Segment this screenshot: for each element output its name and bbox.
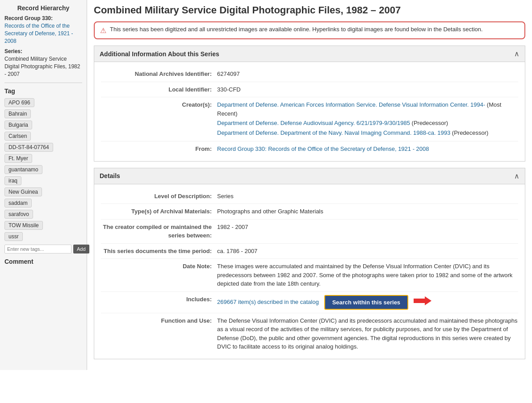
creator-role: (Predecessor)	[410, 120, 448, 126]
series-label: Series:	[4, 48, 82, 54]
includes-link[interactable]: 269667 item(s) described in the catalog	[217, 298, 319, 307]
tag-item[interactable]: DD-ST-84-07764	[4, 143, 53, 152]
sidebar-title: Record Hierarchy	[4, 4, 82, 12]
tag-item[interactable]: Bulgaria	[4, 120, 32, 129]
info-row: Function and Use:The Defense Visual Info…	[101, 313, 518, 354]
details-title: Details	[100, 172, 120, 179]
details-body: Level of Description:SeriesType(s) of Ar…	[94, 184, 525, 359]
tag-item[interactable]: ussr	[4, 232, 23, 241]
svg-marker-0	[414, 296, 431, 305]
tag-item[interactable]: sarafovo	[4, 210, 33, 219]
warning-icon: ⚠	[100, 26, 106, 35]
page-title: Combined Military Service Digital Photog…	[94, 4, 525, 16]
alert-banner: ⚠ This series has been digitized and all…	[94, 21, 525, 39]
info-label: This series documents the time period:	[101, 247, 217, 256]
info-row: Creator(s):Department of Defense. Americ…	[101, 97, 518, 141]
info-row: This series documents the time period:ca…	[101, 244, 518, 259]
info-row: Local Identifier:330-CFD	[101, 82, 518, 98]
info-value: Record Group 330: Records of the Office …	[217, 145, 518, 154]
info-value: The Defense Visual Information Center (D…	[217, 316, 518, 351]
info-value: Department of Defense. American Forces I…	[217, 100, 518, 138]
info-value: 1982 - 2007	[217, 223, 518, 232]
tag-item[interactable]: APO 696	[4, 98, 34, 107]
sidebar: Record Hierarchy Record Group 330: Recor…	[0, 0, 87, 370]
record-group-link[interactable]: Records of the Office of the Secretary o…	[4, 22, 82, 45]
tag-item[interactable]: New Guinea	[4, 187, 42, 196]
additional-info-section: Additional Information About this Series…	[94, 46, 525, 162]
from-link[interactable]: Record Group 330: Records of the Office …	[217, 145, 429, 152]
main-content: Combined Military Service Digital Photog…	[87, 0, 532, 370]
info-value: ca. 1786 - 2007	[217, 247, 518, 256]
includes-row: 269667 item(s) described in the catalogS…	[217, 295, 518, 310]
additional-info-header: Additional Information About this Series…	[94, 46, 525, 62]
info-label: Creator(s):	[101, 100, 217, 109]
tag-item[interactable]: Carlsen	[4, 132, 31, 141]
tag-input-row: Add	[4, 245, 82, 253]
tag-item[interactable]: iraq	[4, 176, 21, 185]
tag-list: APO 696BahrainBulgariaCarlsenDD-ST-84-07…	[4, 98, 82, 241]
series-text: Combined Military Service Digital Photog…	[4, 55, 82, 78]
additional-info-body: National Archives Identifier:6274097Loca…	[94, 62, 525, 161]
arrow-annotation	[414, 296, 431, 308]
tag-input[interactable]	[4, 245, 71, 253]
details-header: Details ∧	[94, 168, 525, 184]
comment-title: Comment	[4, 258, 82, 265]
info-value: 269667 item(s) described in the catalogS…	[217, 295, 518, 310]
info-row: Includes:269667 item(s) described in the…	[101, 292, 518, 313]
info-row: Date Note:These images were accumulated …	[101, 259, 518, 292]
record-group-label: Record Group 330:	[4, 15, 82, 21]
info-label: From:	[101, 145, 217, 154]
info-row: From:Record Group 330: Records of the Of…	[101, 141, 518, 157]
details-collapse-icon[interactable]: ∧	[514, 172, 519, 180]
info-value: 330-CFD	[217, 85, 518, 94]
tag-title: Tag	[4, 87, 82, 95]
additional-info-title: Additional Information About this Series	[100, 50, 219, 58]
info-label: Includes:	[101, 295, 217, 304]
alert-text: This series has been digitized and all u…	[110, 26, 483, 33]
collapse-icon[interactable]: ∧	[514, 50, 519, 58]
info-value: Series	[217, 192, 518, 201]
info-value: Photographs and other Graphic Materials	[217, 207, 518, 216]
tag-item[interactable]: saddam	[4, 199, 32, 208]
info-row: National Archives Identifier:6274097	[101, 66, 518, 82]
info-row: Type(s) of Archival Materials:Photograph…	[101, 204, 518, 220]
tag-item[interactable]: guantanamo	[4, 165, 42, 174]
info-label: The creator compiled or maintained the s…	[101, 223, 217, 240]
details-section: Details ∧ Level of Description:SeriesTyp…	[94, 168, 525, 359]
info-value: 6274097	[217, 70, 518, 79]
info-label: Type(s) of Archival Materials:	[101, 207, 217, 216]
info-label: Function and Use:	[101, 316, 217, 325]
tag-item[interactable]: Bahrain	[4, 109, 31, 118]
creator-link[interactable]: Department of Defense. Defense Audiovisu…	[217, 120, 410, 126]
creator-link[interactable]: Department of Defense. American Forces I…	[217, 101, 485, 108]
info-label: Date Note:	[101, 262, 217, 271]
creator-role: (Predecessor)	[450, 129, 488, 136]
info-label: Local Identifier:	[101, 85, 217, 94]
search-within-series-button[interactable]: Search within this series	[324, 295, 408, 310]
tag-item[interactable]: TOW Missile	[4, 221, 43, 230]
creator-link[interactable]: Department of Defense. Department of the…	[217, 129, 450, 136]
info-label: Level of Description:	[101, 192, 217, 201]
divider	[4, 83, 82, 83]
info-label: National Archives Identifier:	[101, 70, 217, 79]
info-row: Level of Description:Series	[101, 189, 518, 204]
info-row: The creator compiled or maintained the s…	[101, 220, 518, 244]
tag-item[interactable]: Ft. Myer	[4, 154, 32, 163]
info-value: These images were accumulated and mainta…	[217, 262, 518, 288]
